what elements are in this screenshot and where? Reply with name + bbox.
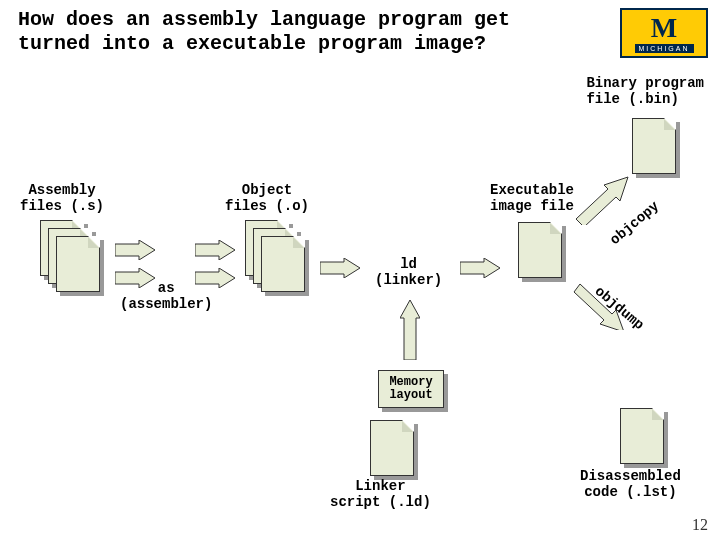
svg-marker-1 xyxy=(115,268,155,288)
svg-marker-4 xyxy=(320,258,360,278)
label-binary: Binary program file (.bin) xyxy=(586,75,704,107)
label-assembly: Assembly files (.s) xyxy=(20,182,104,214)
page-title: How does an assembly language program ge… xyxy=(18,8,518,56)
svg-marker-0 xyxy=(115,240,155,260)
file-stack-object xyxy=(245,220,309,296)
svg-marker-7 xyxy=(576,177,628,225)
file-icon-binary xyxy=(632,118,676,174)
label-linker-script: Linker script (.ld) xyxy=(330,478,431,510)
label-disassembled: Disassembled code (.lst) xyxy=(580,468,681,500)
arrow-obj-to-ld xyxy=(320,258,360,278)
logo-word: MICHIGAN xyxy=(635,44,694,53)
file-icon-linker-script xyxy=(370,420,414,476)
arrow-asm-to-obj-1 xyxy=(115,240,155,260)
svg-marker-6 xyxy=(400,300,420,360)
file-icon-disassembled xyxy=(620,408,664,464)
arrow-exe-to-bin xyxy=(570,175,630,225)
memory-layout-box: Memory layout xyxy=(378,370,444,408)
arrow-ld-to-exe xyxy=(460,258,500,278)
file-stack-assembly xyxy=(40,220,104,296)
label-object: Object files (.o) xyxy=(225,182,309,214)
svg-marker-2 xyxy=(195,240,235,260)
michigan-logo: M MICHIGAN xyxy=(620,8,708,58)
arrow-asm-to-obj-4 xyxy=(195,268,235,288)
page-number: 12 xyxy=(692,516,708,534)
arrow-exe-to-dis xyxy=(570,280,630,330)
label-linker: ld (linker) xyxy=(375,256,442,288)
file-icon-executable xyxy=(518,222,562,278)
logo-letter: M xyxy=(651,14,677,42)
svg-marker-5 xyxy=(460,258,500,278)
svg-marker-3 xyxy=(195,268,235,288)
arrow-asm-to-obj-2 xyxy=(115,268,155,288)
arrow-mem-to-ld xyxy=(400,300,420,360)
label-executable: Executable image file xyxy=(490,182,574,214)
svg-marker-8 xyxy=(574,284,624,330)
arrow-asm-to-obj-3 xyxy=(195,240,235,260)
